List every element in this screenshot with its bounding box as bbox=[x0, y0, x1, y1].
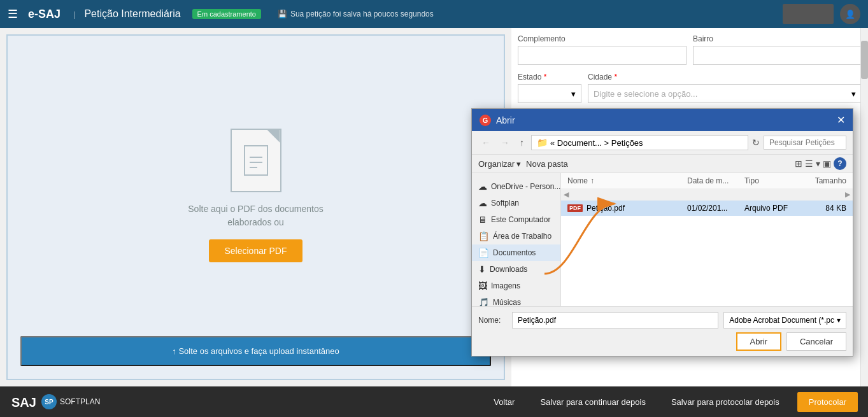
file-row-petition[interactable]: PDF Petição.pdf 01/02/201... Arquivo PDF… bbox=[561, 201, 853, 216]
nav-forward-button[interactable]: → bbox=[497, 136, 513, 149]
organize-arrow-icon: ▾ bbox=[516, 159, 521, 169]
softplan-icon: ☁ bbox=[478, 198, 487, 208]
dialog-toolbar: Organizar ▾ Nova pasta ⊞ ☰ ▾ ▣ ? bbox=[472, 155, 853, 173]
search-input[interactable] bbox=[764, 136, 846, 150]
file-name: Petição.pdf bbox=[587, 204, 687, 213]
sort-icon: ↑ bbox=[590, 176, 594, 185]
open-button[interactable]: Abrir bbox=[736, 332, 781, 351]
new-folder-button[interactable]: Nova pasta bbox=[526, 159, 568, 169]
footer-filename-input[interactable] bbox=[512, 312, 718, 329]
chrome-icon: G bbox=[480, 115, 491, 126]
cancel-button[interactable]: Cancelar bbox=[786, 332, 846, 351]
images-label: Imagens bbox=[491, 281, 520, 290]
downloads-icon: ⬇ bbox=[478, 264, 486, 274]
desktop-label: Área de Trabalho bbox=[493, 232, 551, 241]
col-name-header[interactable]: Nome ↑ bbox=[567, 176, 687, 185]
breadcrumb-folder-icon: 📁 bbox=[537, 138, 548, 148]
organize-button[interactable]: Organizar ▾ bbox=[478, 159, 521, 169]
organize-label: Organizar bbox=[478, 159, 515, 169]
dialog-nav: ← → ↑ 📁 « Document... > Petições ↻ bbox=[472, 131, 853, 155]
footer-name-row: Nome: Adobe Acrobat Document (*.pc ▾ bbox=[478, 312, 846, 329]
sidebar-item-softplan[interactable]: ☁ Softplan bbox=[472, 195, 560, 211]
nav-up-button[interactable]: ↑ bbox=[516, 136, 527, 149]
view-buttons: ⊞ ☰ ▾ ▣ ? bbox=[795, 157, 846, 170]
sidebar-item-images[interactable]: 🖼 Imagens bbox=[472, 278, 560, 294]
downloads-label: Downloads bbox=[490, 265, 527, 274]
file-dialog: G Abrir ✕ ← → ↑ 📁 « Document... > Petiçõ… bbox=[471, 108, 853, 357]
grid-view-button[interactable]: ⊞ bbox=[795, 157, 802, 170]
desktop-icon: 📋 bbox=[478, 231, 489, 241]
breadcrumb-bar: 📁 « Document... > Petições bbox=[531, 135, 748, 150]
pdf-badge: PDF bbox=[567, 204, 583, 212]
col-date-header: Data de m... bbox=[687, 176, 744, 185]
dialog-title: Abrir bbox=[496, 115, 515, 125]
file-date: 01/02/201... bbox=[687, 204, 744, 213]
dialog-titlebar: G Abrir ✕ bbox=[472, 109, 853, 131]
music-icon: 🎵 bbox=[478, 297, 489, 306]
preview-button[interactable]: ▣ bbox=[823, 157, 831, 170]
dialog-title-left: G Abrir bbox=[480, 115, 515, 126]
dialog-footer: Nome: Adobe Acrobat Document (*.pc ▾ Abr… bbox=[472, 306, 853, 356]
view-arrow-button[interactable]: ▾ bbox=[816, 157, 820, 170]
softplan-label: Softplan bbox=[491, 199, 519, 208]
sidebar-item-music[interactable]: 🎵 Músicas bbox=[472, 294, 560, 306]
sidebar-item-desktop[interactable]: 📋 Área de Trabalho bbox=[472, 228, 560, 244]
images-icon: 🖼 bbox=[478, 281, 487, 291]
sidebar-item-documents[interactable]: 📄 Documentos bbox=[472, 244, 560, 261]
nav-back-button[interactable]: ← bbox=[478, 136, 494, 149]
sidebar-item-computer[interactable]: 🖥 Este Computador bbox=[472, 211, 560, 228]
dropdown-arrow-icon: ▾ bbox=[837, 316, 841, 325]
dialog-overlay: G Abrir ✕ ← → ↑ 📁 « Document... > Petiçõ… bbox=[0, 0, 868, 417]
sidebar-item-onedrive[interactable]: ☁ OneDrive - Person... bbox=[472, 178, 560, 195]
documents-icon: 📄 bbox=[478, 248, 489, 258]
refresh-button[interactable]: ↻ bbox=[752, 138, 760, 148]
files-scroll-bar[interactable]: ◀▶ bbox=[561, 189, 853, 201]
col-type-header: Tipo bbox=[744, 176, 802, 185]
file-size: 84 KB bbox=[802, 204, 846, 213]
help-button[interactable]: ? bbox=[834, 157, 846, 170]
computer-icon: 🖥 bbox=[478, 215, 487, 225]
breadcrumb-text: « Document... > Petições bbox=[550, 138, 643, 148]
dialog-files: Nome ↑ Data de m... Tipo Tamanho ◀▶ PDF … bbox=[561, 173, 853, 306]
files-header: Nome ↑ Data de m... Tipo Tamanho bbox=[561, 173, 853, 189]
onedrive-icon: ☁ bbox=[478, 181, 487, 192]
music-label: Músicas bbox=[493, 298, 521, 306]
file-type-dropdown[interactable]: Adobe Acrobat Document (*.pc ▾ bbox=[723, 312, 846, 329]
col-size-header: Tamanho bbox=[802, 176, 846, 185]
onedrive-label: OneDrive - Person... bbox=[491, 182, 560, 191]
documents-label: Documentos bbox=[493, 248, 536, 257]
footer-action-row: Abrir Cancelar bbox=[478, 332, 846, 351]
dialog-sidebar: ☁ OneDrive - Person... ☁ Softplan 🖥 Este… bbox=[472, 173, 561, 306]
file-type: Arquivo PDF bbox=[744, 204, 802, 213]
computer-label: Este Computador bbox=[491, 215, 550, 224]
list-view-button[interactable]: ☰ bbox=[805, 157, 813, 170]
dialog-close-button[interactable]: ✕ bbox=[837, 114, 845, 126]
file-type-value: Adobe Acrobat Document (*.pc bbox=[729, 316, 834, 325]
sidebar-item-downloads[interactable]: ⬇ Downloads bbox=[472, 261, 560, 278]
dialog-body: ☁ OneDrive - Person... ☁ Softplan 🖥 Este… bbox=[472, 173, 853, 306]
footer-name-label: Nome: bbox=[478, 316, 507, 325]
